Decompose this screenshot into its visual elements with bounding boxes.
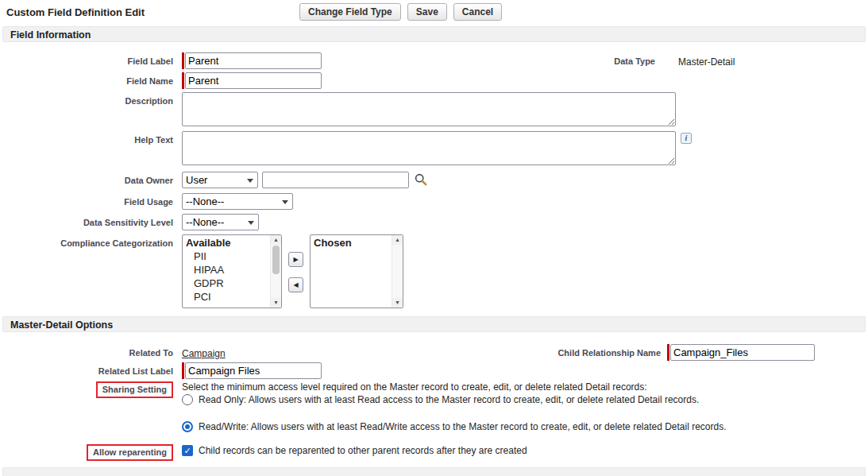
info-icon[interactable]: i bbox=[681, 133, 692, 144]
section-header-master-detail-options: Master-Detail Options bbox=[2, 316, 866, 332]
field-label-input[interactable] bbox=[185, 52, 322, 69]
radio-dot bbox=[185, 424, 190, 429]
related-list-label-label: Related List Label bbox=[0, 362, 182, 376]
change-field-type-button[interactable]: Change Field Type bbox=[299, 3, 401, 21]
next-section-bar bbox=[2, 467, 866, 476]
data-sensitivity-value: --None-- bbox=[186, 216, 224, 228]
scrollbar[interactable]: ▲ ▼ bbox=[270, 235, 281, 308]
field-name-row: Field Name bbox=[0, 72, 868, 89]
data-sensitivity-label: Data Sensitivity Level bbox=[0, 214, 182, 227]
read-write-radio[interactable] bbox=[182, 421, 193, 432]
sharing-setting-row: Sharing Setting Select the minimum acces… bbox=[0, 381, 868, 433]
chosen-list-title: Chosen bbox=[311, 235, 403, 250]
sharing-setting-label: Sharing Setting bbox=[102, 385, 167, 394]
top-bar: Custom Field Definition Edit Change Fiel… bbox=[0, 0, 868, 26]
field-usage-label: Field Usage bbox=[0, 193, 182, 207]
chevron-down-icon bbox=[247, 179, 253, 183]
child-relationship-name-label: Child Relationship Name bbox=[465, 344, 667, 361]
read-write-option-label: Read/Write: Allows users with at least R… bbox=[199, 420, 727, 433]
read-only-radio[interactable] bbox=[182, 394, 193, 405]
scrollbar-thumb[interactable] bbox=[272, 246, 280, 274]
data-owner-type-value: User bbox=[186, 174, 207, 186]
scrollbar[interactable]: ▲ ▼ bbox=[392, 235, 403, 308]
chosen-listbox[interactable]: Chosen ▲ ▼ bbox=[310, 234, 403, 308]
magnifier-icon bbox=[414, 177, 428, 189]
scroll-down-icon[interactable]: ▼ bbox=[271, 298, 281, 308]
move-buttons: ▶ ◀ bbox=[288, 252, 303, 292]
data-owner-input[interactable] bbox=[262, 172, 409, 188]
scroll-up-icon[interactable]: ▲ bbox=[392, 235, 403, 245]
data-owner-type-select[interactable]: User bbox=[182, 172, 258, 188]
data-sensitivity-row: Data Sensitivity Level --None-- bbox=[0, 214, 868, 230]
related-to-row: Related To Campaign Child Relationship N… bbox=[0, 344, 868, 360]
available-list-title: Available bbox=[183, 235, 281, 250]
available-listbox[interactable]: Available PII HIPAA GDPR PCI ▲ ▼ bbox=[182, 234, 282, 308]
child-relationship-name-input[interactable] bbox=[670, 344, 815, 361]
sharing-setting-intro: Select the minimum access level required… bbox=[182, 381, 727, 393]
data-type-label: Data Type bbox=[524, 52, 655, 68]
lookup-button[interactable] bbox=[413, 172, 428, 188]
related-to-link[interactable]: Campaign bbox=[182, 344, 226, 359]
data-type-pair: Data Type Master-Detail bbox=[524, 52, 735, 68]
required-indicator bbox=[182, 362, 184, 379]
field-information-body: Field Label Data Type Master-Detail Fiel… bbox=[0, 42, 868, 316]
move-left-button[interactable]: ◀ bbox=[288, 277, 303, 292]
list-item[interactable]: GDPR bbox=[183, 277, 281, 290]
list-item[interactable]: HIPAA bbox=[183, 263, 281, 277]
list-item[interactable]: PII bbox=[183, 250, 281, 263]
cancel-button[interactable]: Cancel bbox=[453, 3, 502, 21]
data-owner-label: Data Owner bbox=[0, 172, 182, 185]
child-relationship-pair: Child Relationship Name bbox=[465, 344, 815, 361]
field-usage-value: --None-- bbox=[186, 195, 224, 207]
related-list-label-row: Related List Label bbox=[0, 362, 868, 379]
scroll-up-icon[interactable]: ▲ bbox=[271, 235, 281, 245]
field-label-row: Field Label Data Type Master-Detail bbox=[0, 52, 868, 69]
field-usage-row: Field Usage --None-- bbox=[0, 193, 868, 210]
data-owner-row: Data Owner User bbox=[0, 172, 868, 188]
read-write-option: Read/Write: Allows users with at least R… bbox=[182, 420, 727, 433]
custom-field-definition-edit-page: Custom Field Definition Edit Change Fiel… bbox=[0, 0, 868, 461]
chevron-down-icon bbox=[282, 200, 288, 204]
required-indicator bbox=[182, 52, 184, 69]
annotation-box-allow-reparenting: Allow reparenting bbox=[87, 444, 173, 461]
read-only-option-label: Read Only: Allows users with at least Re… bbox=[199, 393, 699, 406]
description-textarea[interactable] bbox=[182, 92, 676, 126]
allow-reparenting-checkbox[interactable]: ✓ bbox=[182, 445, 193, 456]
sharing-setting-label-cell: Sharing Setting bbox=[0, 381, 182, 398]
help-text-row: Help Text i bbox=[0, 131, 868, 165]
toolbar: Change Field Type Save Cancel bbox=[299, 3, 502, 21]
list-item[interactable]: PCI bbox=[183, 290, 281, 304]
related-list-label-input[interactable] bbox=[185, 362, 322, 379]
help-text-label: Help Text bbox=[0, 131, 182, 145]
read-only-option: Read Only: Allows users with at least Re… bbox=[182, 393, 727, 406]
allow-reparenting-label-cell: Allow reparenting bbox=[0, 444, 182, 461]
required-indicator bbox=[182, 72, 184, 89]
related-to-label: Related To bbox=[0, 344, 182, 358]
save-button[interactable]: Save bbox=[407, 3, 447, 21]
chevron-down-icon bbox=[248, 221, 254, 225]
description-row: Description bbox=[0, 92, 868, 126]
field-name-input[interactable] bbox=[185, 72, 322, 89]
compliance-row: Compliance Categorization Available PII … bbox=[0, 234, 868, 308]
page-title: Custom Field Definition Edit bbox=[6, 6, 145, 18]
field-label-label: Field Label bbox=[0, 52, 182, 66]
move-right-button[interactable]: ▶ bbox=[288, 252, 303, 267]
allow-reparenting-label: Allow reparenting bbox=[93, 447, 167, 457]
required-indicator bbox=[667, 344, 669, 361]
description-label: Description bbox=[0, 92, 182, 106]
section-header-field-information: Field Information bbox=[2, 26, 866, 42]
field-usage-select[interactable]: --None-- bbox=[182, 193, 293, 210]
help-text-textarea[interactable] bbox=[182, 131, 676, 165]
compliance-label: Compliance Categorization bbox=[0, 234, 182, 248]
annotation-box-sharing-setting: Sharing Setting bbox=[96, 381, 173, 398]
data-type-value: Master-Detail bbox=[678, 52, 735, 68]
master-detail-options-body: Related To Campaign Child Relationship N… bbox=[0, 332, 868, 461]
data-sensitivity-select[interactable]: --None-- bbox=[182, 214, 259, 230]
allow-reparenting-row: Allow reparenting ✓ Child records can be… bbox=[0, 444, 868, 461]
field-name-label: Field Name bbox=[0, 72, 182, 86]
scroll-down-icon[interactable]: ▼ bbox=[392, 298, 403, 308]
allow-reparenting-checkbox-label: Child records can be reparented to other… bbox=[199, 444, 527, 457]
